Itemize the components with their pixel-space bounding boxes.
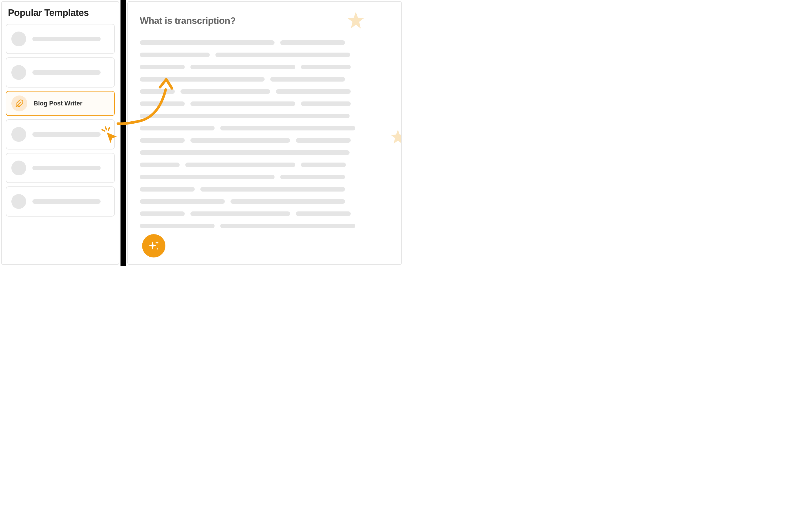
text-row (140, 211, 389, 216)
text-segment (180, 89, 270, 94)
text-segment (301, 163, 346, 167)
text-segment (140, 126, 215, 130)
template-label-placeholder (33, 166, 101, 170)
text-segment (140, 150, 349, 155)
sparkle-star-icon (389, 128, 402, 146)
text-segment (230, 199, 345, 204)
text-segment (140, 77, 265, 81)
text-segment (276, 89, 351, 94)
feather-icon (12, 95, 27, 111)
text-segment (280, 175, 345, 179)
text-segment (140, 101, 185, 106)
template-item-blog-post-writer[interactable]: Blog Post Writer (6, 91, 115, 116)
text-segment (185, 163, 295, 167)
content-text-placeholder (140, 40, 389, 228)
template-icon-placeholder (12, 65, 26, 80)
text-segment (140, 65, 185, 69)
text-row (140, 114, 389, 118)
text-segment (140, 199, 225, 204)
text-segment (220, 126, 355, 130)
template-label-placeholder (33, 132, 101, 137)
text-segment (270, 77, 345, 81)
template-item-5[interactable] (6, 153, 115, 183)
template-item-4[interactable] (6, 119, 115, 150)
text-segment (280, 40, 345, 45)
template-icon-placeholder (12, 32, 26, 46)
text-segment (140, 187, 195, 192)
text-segment (140, 89, 175, 94)
text-row (140, 150, 389, 155)
text-row (140, 163, 389, 167)
text-segment (190, 211, 290, 216)
text-segment (140, 114, 349, 118)
text-segment (220, 224, 355, 228)
sparkles-badge-icon (142, 234, 166, 258)
text-row (140, 89, 389, 94)
text-row (140, 199, 389, 204)
text-segment (215, 53, 350, 57)
text-row (140, 77, 389, 81)
text-segment (140, 211, 185, 216)
template-item-2[interactable] (6, 57, 115, 88)
template-label-placeholder (33, 199, 101, 204)
text-segment (301, 101, 351, 106)
text-segment (296, 211, 351, 216)
text-segment (190, 101, 295, 106)
text-row (140, 138, 389, 142)
text-segment (140, 53, 210, 57)
content-title: What is transcription? (140, 15, 389, 26)
sidebar-title: Popular Templates (8, 7, 115, 18)
text-segment (301, 65, 351, 69)
text-row (140, 187, 389, 192)
text-segment (190, 65, 295, 69)
text-row (140, 175, 389, 179)
template-icon-placeholder (12, 194, 26, 209)
text-row (140, 53, 389, 57)
template-icon-placeholder (12, 127, 26, 142)
template-label: Blog Post Writer (34, 100, 82, 107)
text-row (140, 65, 389, 69)
templates-sidebar: Popular Templates Blog Post Writer (1, 1, 119, 265)
content-panel: What is transcription? (127, 1, 402, 265)
text-segment (140, 138, 185, 142)
text-row (140, 40, 389, 45)
text-segment (296, 138, 351, 142)
text-row (140, 126, 389, 130)
template-item-6[interactable] (6, 186, 115, 216)
text-row (140, 224, 389, 228)
template-label-placeholder (33, 37, 101, 41)
vertical-divider (120, 0, 126, 266)
text-segment (190, 138, 290, 142)
template-item-1[interactable] (6, 24, 115, 54)
text-segment (140, 163, 179, 167)
template-label-placeholder (33, 70, 101, 75)
template-icon-placeholder (12, 160, 26, 175)
text-segment (200, 187, 345, 192)
text-segment (140, 40, 274, 45)
text-segment (140, 175, 274, 179)
text-segment (140, 224, 215, 228)
text-row (140, 101, 389, 106)
